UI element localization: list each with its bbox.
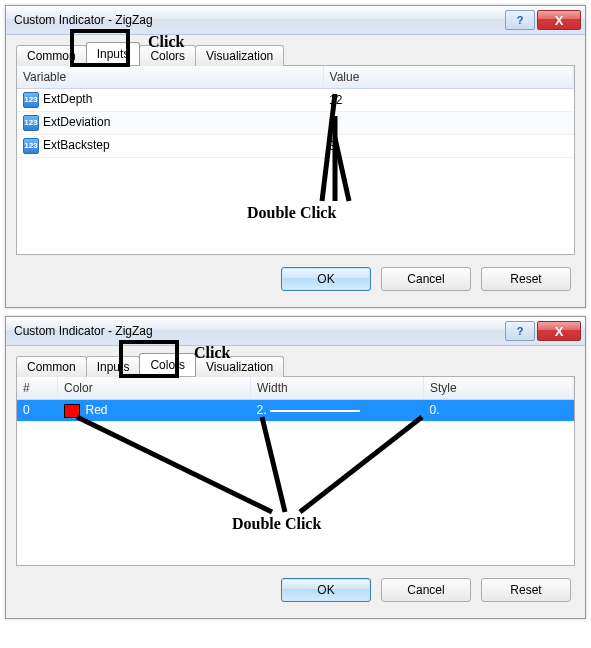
tab-colors[interactable]: Colors (139, 45, 196, 66)
col-width[interactable]: Width (251, 377, 424, 400)
close-button[interactable]: X (537, 10, 581, 30)
color-swatch-icon (64, 404, 80, 418)
titlebar[interactable]: Custom Indicator - ZigZag ? X (6, 317, 585, 346)
tabpanel-colors: # Color Width Style 0 Red 2. 0. (16, 376, 575, 566)
cell-number[interactable]: 0 (17, 400, 58, 422)
reset-button[interactable]: Reset (481, 267, 571, 291)
dialog-colors: Custom Indicator - ZigZag ? X Common Inp… (5, 316, 586, 619)
col-color[interactable]: Color (58, 377, 251, 400)
tabstrip: Common Inputs Colors Visualization (16, 43, 575, 65)
cell-width[interactable]: 2. (251, 400, 424, 422)
tab-colors[interactable]: Colors (139, 353, 196, 376)
tab-inputs[interactable]: Inputs (86, 356, 141, 377)
close-button[interactable]: X (537, 321, 581, 341)
window-title: Custom Indicator - ZigZag (14, 13, 505, 27)
color-name: Red (86, 403, 108, 417)
colors-grid[interactable]: # Color Width Style 0 Red 2. 0. (17, 377, 574, 422)
tab-visualization[interactable]: Visualization (195, 45, 284, 66)
cancel-button[interactable]: Cancel (381, 578, 471, 602)
cell-style[interactable]: 0. (424, 400, 574, 422)
help-button[interactable]: ? (505, 10, 535, 30)
annotation-double-click: Double Click (232, 515, 321, 533)
window-title: Custom Indicator - ZigZag (14, 324, 505, 338)
var-value[interactable]: 3 (323, 135, 573, 158)
col-variable[interactable]: Variable (17, 66, 323, 89)
var-name: ExtDeviation (43, 115, 110, 129)
col-style[interactable]: Style (424, 377, 574, 400)
svg-line-4 (262, 417, 285, 512)
int-icon: 123 (23, 115, 39, 131)
var-name: ExtDepth (43, 92, 92, 106)
cell-color[interactable]: Red (58, 400, 251, 422)
table-row[interactable]: 123ExtDeviation 5 (17, 112, 574, 135)
help-button[interactable]: ? (505, 321, 535, 341)
svg-line-5 (300, 417, 422, 512)
inputs-grid[interactable]: Variable Value 123ExtDepth 12 123ExtDevi… (17, 66, 574, 158)
width-preview-icon (270, 410, 360, 412)
tab-common[interactable]: Common (16, 45, 87, 66)
reset-button[interactable]: Reset (481, 578, 571, 602)
dialog-inputs: Custom Indicator - ZigZag ? X Common Inp… (5, 5, 586, 308)
titlebar[interactable]: Custom Indicator - ZigZag ? X (6, 6, 585, 35)
var-value[interactable]: 5 (323, 112, 573, 135)
ok-button[interactable]: OK (281, 578, 371, 602)
col-value[interactable]: Value (323, 66, 573, 89)
var-name: ExtBackstep (43, 138, 110, 152)
var-value[interactable]: 12 (323, 89, 573, 112)
int-icon: 123 (23, 92, 39, 108)
annotation-double-click: Double Click (247, 204, 336, 222)
tab-inputs[interactable]: Inputs (86, 42, 141, 65)
tab-visualization[interactable]: Visualization (195, 356, 284, 377)
button-row: OK Cancel Reset (16, 255, 575, 297)
svg-line-3 (77, 417, 272, 512)
col-number[interactable]: # (17, 377, 58, 400)
cancel-button[interactable]: Cancel (381, 267, 471, 291)
tabpanel-inputs: Variable Value 123ExtDepth 12 123ExtDevi… (16, 65, 575, 255)
table-row[interactable]: 123ExtBackstep 3 (17, 135, 574, 158)
table-row[interactable]: 0 Red 2. 0. (17, 400, 574, 422)
tabstrip: Common Inputs Colors Visualization (16, 354, 575, 376)
int-icon: 123 (23, 138, 39, 154)
tab-common[interactable]: Common (16, 356, 87, 377)
ok-button[interactable]: OK (281, 267, 371, 291)
button-row: OK Cancel Reset (16, 566, 575, 608)
table-row[interactable]: 123ExtDepth 12 (17, 89, 574, 112)
